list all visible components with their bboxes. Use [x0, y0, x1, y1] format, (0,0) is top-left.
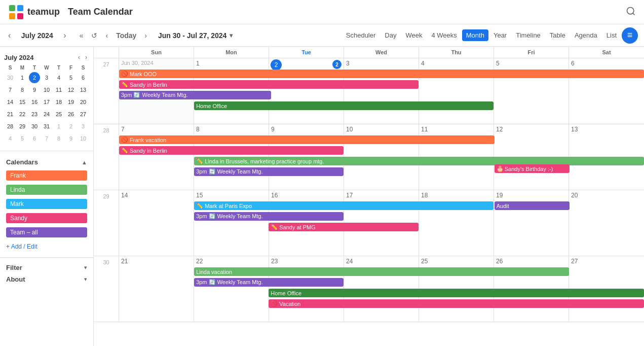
mini-day-15[interactable]: 15: [17, 96, 28, 108]
mini-day-5[interactable]: 5: [65, 72, 77, 83]
refresh-button[interactable]: ↺: [88, 29, 100, 42]
mini-day-aug9[interactable]: 9: [65, 133, 77, 144]
calendars-section-header[interactable]: Calendars ▲: [0, 155, 93, 169]
cell-jul20[interactable]: 20: [569, 190, 644, 256]
mini-day-aug6[interactable]: 6: [29, 133, 40, 144]
mini-day-7[interactable]: 7: [5, 84, 16, 95]
mini-day-28[interactable]: 28: [5, 121, 16, 132]
next-period-button[interactable]: ›: [141, 29, 150, 42]
mini-day-18[interactable]: 18: [53, 96, 64, 108]
month-view-button[interactable]: Month: [462, 29, 488, 41]
cell-jul8[interactable]: 8: [194, 124, 269, 190]
mini-day-12[interactable]: 12: [65, 84, 77, 95]
calendar-item-sandy[interactable]: Sandy: [4, 212, 89, 225]
mini-cal-prev[interactable]: ‹: [76, 53, 82, 62]
add-edit-button[interactable]: + Add / Edit: [0, 240, 93, 253]
calendar-item-frank[interactable]: Frank: [4, 169, 89, 182]
timeline-view-button[interactable]: Timeline: [512, 29, 545, 41]
table-view-button[interactable]: Table: [546, 29, 570, 41]
today-button[interactable]: Today: [113, 29, 139, 42]
cell-jul11[interactable]: 11: [419, 124, 494, 190]
cell-jul19[interactable]: 19: [494, 190, 569, 256]
mini-day-aug3[interactable]: 3: [78, 121, 89, 132]
cell-jul22[interactable]: 22: [194, 256, 269, 322]
cell-jul7[interactable]: 7: [119, 124, 194, 190]
prev-month-button[interactable]: ‹: [6, 29, 13, 42]
cell-jul5[interactable]: 5: [494, 58, 569, 124]
scheduler-view-button[interactable]: Scheduler: [342, 29, 380, 41]
calendar-item-team[interactable]: Team – all: [4, 226, 89, 239]
cell-jul16[interactable]: 16: [269, 190, 344, 256]
mini-day-aug1[interactable]: 1: [53, 121, 64, 132]
mini-day-14[interactable]: 14: [5, 96, 16, 108]
main-menu-button[interactable]: ≡: [622, 27, 638, 44]
cell-jul26[interactable]: 26: [494, 256, 569, 322]
cell-jul6[interactable]: 6: [569, 58, 644, 124]
mini-day-aug2[interactable]: 2: [65, 121, 77, 132]
cell-jul27[interactable]: 27: [569, 256, 644, 322]
mini-day-27[interactable]: 27: [78, 109, 89, 120]
mini-day-aug4[interactable]: 4: [5, 133, 16, 144]
calendar-item-linda[interactable]: Linda: [4, 183, 89, 196]
cell-jul12[interactable]: 12: [494, 124, 569, 190]
mini-day-1[interactable]: 1: [17, 72, 28, 83]
mini-day-8[interactable]: 8: [17, 84, 28, 95]
list-view-button[interactable]: List: [602, 29, 621, 41]
mini-day-4[interactable]: 4: [53, 72, 64, 83]
cell-jul3[interactable]: 3: [344, 58, 419, 124]
cell-jul10[interactable]: 10: [344, 124, 419, 190]
cell-jun30[interactable]: Jun 30, 2024: [119, 58, 194, 124]
week-view-button[interactable]: Week: [401, 29, 426, 41]
mini-day-10[interactable]: 10: [41, 84, 52, 95]
mini-day-aug8[interactable]: 8: [53, 133, 64, 144]
prev-period-button[interactable]: ‹: [102, 29, 111, 42]
cell-jul14[interactable]: 14: [119, 190, 194, 256]
cell-jul1[interactable]: 1: [194, 58, 269, 124]
mini-day-aug7[interactable]: 7: [41, 133, 52, 144]
mini-day-9[interactable]: 9: [29, 84, 40, 95]
mini-cal-next[interactable]: ›: [83, 53, 89, 62]
cell-jul15[interactable]: 15: [194, 190, 269, 256]
mini-day-25[interactable]: 25: [53, 109, 64, 120]
mini-day-22[interactable]: 22: [17, 109, 28, 120]
calendar-item-mark[interactable]: Mark: [4, 197, 89, 211]
cell-jul23[interactable]: 23: [269, 256, 344, 322]
cell-jul25[interactable]: 25: [419, 256, 494, 322]
mini-day-2-today[interactable]: 2: [29, 72, 40, 83]
mini-day-30[interactable]: 30: [5, 72, 16, 83]
cell-jul17[interactable]: 17: [344, 190, 419, 256]
year-view-button[interactable]: Year: [489, 29, 511, 41]
mini-day-3[interactable]: 3: [41, 72, 52, 83]
mini-day-23[interactable]: 23: [29, 109, 40, 120]
day-view-button[interactable]: Day: [381, 29, 400, 41]
cell-jul13[interactable]: 13: [569, 124, 644, 190]
cell-jul9[interactable]: 9: [269, 124, 344, 190]
agenda-view-button[interactable]: Agenda: [571, 29, 601, 41]
next-month-button[interactable]: ›: [61, 29, 68, 42]
mini-day-17[interactable]: 17: [41, 96, 52, 108]
filter-section[interactable]: Filter ▾: [0, 262, 93, 273]
mini-day-29[interactable]: 29: [17, 121, 28, 132]
date-range-display[interactable]: Jun 30 - Jul 27, 2024 ▾: [158, 31, 233, 40]
mini-day-6[interactable]: 6: [78, 72, 89, 83]
mini-day-13[interactable]: 13: [78, 84, 89, 95]
mini-day-19[interactable]: 19: [65, 96, 77, 108]
mini-day-24[interactable]: 24: [41, 109, 52, 120]
about-section[interactable]: About ▾: [0, 273, 93, 285]
cell-jul24[interactable]: 24: [344, 256, 419, 322]
mini-day-21[interactable]: 21: [5, 109, 16, 120]
cell-jul2[interactable]: 2 2: [269, 58, 344, 124]
search-button[interactable]: [626, 6, 636, 18]
mini-day-aug5[interactable]: 5: [17, 133, 28, 144]
cell-jul21[interactable]: 21: [119, 256, 194, 322]
mini-day-31[interactable]: 31: [41, 121, 52, 132]
cell-jul18[interactable]: 18: [419, 190, 494, 256]
mini-day-16[interactable]: 16: [29, 96, 40, 108]
mini-day-26[interactable]: 26: [65, 109, 77, 120]
mini-day-aug10[interactable]: 10: [78, 133, 89, 144]
cell-jul4[interactable]: 4: [419, 58, 494, 124]
double-prev-button[interactable]: «: [77, 29, 87, 42]
mini-day-30b[interactable]: 30: [29, 121, 40, 132]
mini-day-20[interactable]: 20: [78, 96, 89, 108]
4weeks-view-button[interactable]: 4 Weeks: [427, 29, 461, 41]
